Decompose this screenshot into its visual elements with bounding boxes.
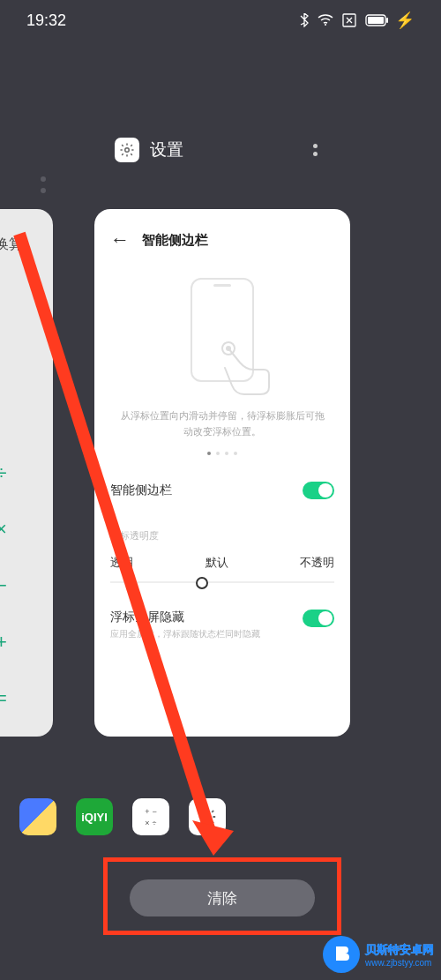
options-menu-icon[interactable]: [313, 144, 318, 156]
opacity-section-label: 浮标透明度: [110, 529, 334, 542]
watermark-title: 贝斯特安卓网: [365, 942, 434, 958]
settings-card[interactable]: ← 智能侧边栏 从浮标位置向内滑动并停留，待浮标膨胀后可拖动改变浮标位置。 智能…: [94, 209, 350, 737]
calculator-card[interactable]: 换算 ÷ × − + =: [0, 209, 53, 737]
calculator-title: 换算: [0, 236, 53, 254]
status-bar: 19:32 ⚡: [0, 0, 441, 41]
svg-point-5: [125, 148, 130, 153]
svg-rect-3: [368, 17, 384, 24]
fullscreen-hide-label: 浮标全屏隐藏: [110, 610, 260, 625]
sidebar-toggle-label: 智能侧边栏: [110, 483, 172, 498]
battery-icon: [365, 14, 390, 26]
sidebar-toggle[interactable]: [303, 482, 334, 499]
dock-calculator-icon[interactable]: +−×÷: [132, 798, 169, 835]
svg-rect-4: [386, 18, 388, 23]
watermark: 贝斯特安卓网 www.zjbstyy.com: [323, 936, 434, 973]
app-title: 设置: [150, 138, 183, 161]
settings-app-icon: [115, 138, 139, 162]
dock-iqiyi-icon[interactable]: iQIYI: [76, 798, 113, 835]
back-icon[interactable]: ←: [110, 228, 130, 251]
page-indicator: [110, 452, 334, 455]
clear-button[interactable]: 清除: [130, 879, 315, 916]
settings-page-title: 智能侧边栏: [142, 232, 208, 249]
calculator-ops: ÷ × − + =: [0, 461, 7, 710]
hand-icon: [209, 329, 280, 400]
svg-point-0: [325, 24, 326, 26]
watermark-url: www.zjbstyy.com: [365, 958, 434, 968]
wifi-icon: [318, 14, 333, 26]
opacity-slider[interactable]: [110, 581, 334, 583]
instruction-text: 从浮标位置向内滑动并停留，待浮标膨胀后可拖动改变浮标位置。: [110, 408, 334, 439]
status-time: 19:32: [26, 11, 66, 30]
status-icons: ⚡: [300, 11, 415, 30]
app-card-header: 设置: [115, 138, 441, 162]
bluetooth-icon: [300, 13, 309, 27]
recent-apps-dock: iQIYI +−×÷: [19, 798, 226, 835]
fullscreen-hide-toggle[interactable]: [303, 610, 334, 627]
dock-settings-icon[interactable]: [189, 798, 226, 835]
opacity-options: 透明 默认 不透明: [110, 555, 334, 571]
fullscreen-hide-sub: 应用全屏时，浮标跟随状态栏同时隐藏: [110, 628, 260, 640]
watermark-logo: [323, 936, 360, 973]
svg-point-8: [205, 814, 210, 819]
dock-app-1[interactable]: [19, 798, 56, 835]
no-sim-icon: [342, 13, 356, 27]
charging-icon: ⚡: [395, 11, 415, 30]
side-indicator-dots: [41, 176, 46, 193]
gesture-illustration: [161, 278, 284, 393]
